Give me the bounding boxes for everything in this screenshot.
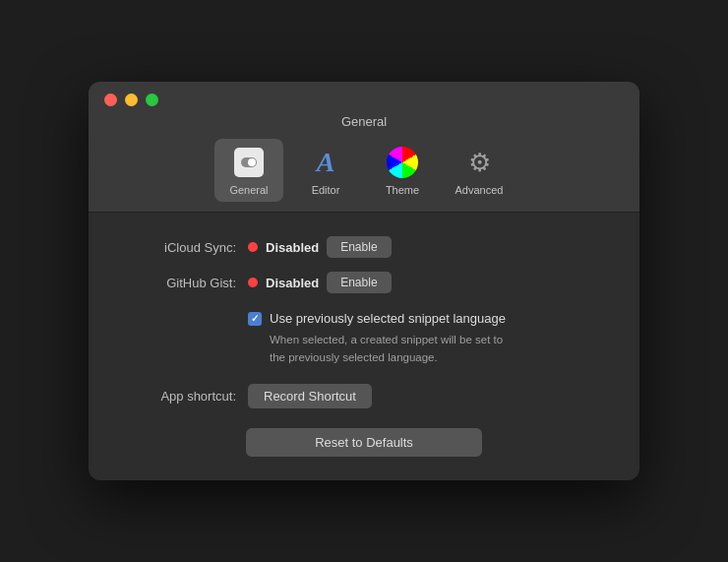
icloud-enable-button[interactable]: Enable bbox=[327, 236, 391, 258]
theme-icon bbox=[385, 145, 420, 180]
icloud-row: iCloud Sync: Disabled Enable bbox=[128, 236, 600, 258]
tab-editor-label: Editor bbox=[312, 184, 340, 196]
tab-advanced-label: Advanced bbox=[455, 184, 504, 196]
icloud-status-dot bbox=[248, 242, 258, 252]
icloud-label: iCloud Sync: bbox=[128, 240, 236, 255]
checkbox-section: Use previously selected snippet language… bbox=[248, 311, 600, 366]
github-enable-button[interactable]: Enable bbox=[327, 272, 391, 293]
checkbox-description: When selected, a created snippet will be… bbox=[270, 332, 600, 366]
github-status-dot bbox=[248, 278, 258, 287]
shortcut-row: App shortcut: Record Shortcut bbox=[128, 384, 600, 408]
general-icon bbox=[231, 145, 267, 180]
tab-theme-label: Theme bbox=[386, 184, 419, 196]
checkbox-desc-line1: When selected, a created snippet will be… bbox=[270, 334, 503, 345]
checkbox-row: Use previously selected snippet language bbox=[248, 311, 600, 326]
github-row: GitHub Gist: Disabled Enable bbox=[128, 272, 600, 293]
checkbox-label: Use previously selected snippet language bbox=[270, 311, 506, 326]
main-window: General General A Editor bbox=[89, 82, 639, 480]
record-shortcut-button[interactable]: Record Shortcut bbox=[248, 384, 372, 408]
checkbox-desc-line2: the previously selected language. bbox=[270, 351, 438, 363]
toolbar: General A Editor Theme ⚙ bbox=[214, 139, 514, 212]
tab-theme[interactable]: Theme bbox=[368, 139, 437, 202]
tab-advanced[interactable]: ⚙ Advanced bbox=[445, 139, 514, 202]
content-area: iCloud Sync: Disabled Enable GitHub Gist… bbox=[89, 213, 639, 480]
reset-defaults-button[interactable]: Reset to Defaults bbox=[246, 428, 482, 457]
window-title: General bbox=[341, 114, 387, 129]
advanced-icon: ⚙ bbox=[461, 145, 497, 180]
reset-section: Reset to Defaults bbox=[128, 428, 600, 457]
window-controls bbox=[104, 94, 158, 106]
snippet-language-checkbox[interactable] bbox=[248, 312, 262, 326]
icloud-status-text: Disabled bbox=[266, 240, 319, 255]
icloud-status-row: Disabled Enable bbox=[248, 236, 392, 258]
github-label: GitHub Gist: bbox=[128, 276, 236, 290]
close-button[interactable] bbox=[104, 94, 117, 106]
shortcut-label: App shortcut: bbox=[128, 389, 236, 404]
title-bar: General General A Editor bbox=[89, 82, 639, 213]
fullscreen-button[interactable] bbox=[146, 94, 158, 106]
github-status-row: Disabled Enable bbox=[248, 272, 392, 293]
minimize-button[interactable] bbox=[125, 94, 138, 106]
tab-general[interactable]: General bbox=[214, 139, 283, 202]
tab-general-label: General bbox=[229, 184, 268, 196]
tab-editor[interactable]: A Editor bbox=[291, 139, 360, 202]
editor-icon: A bbox=[308, 145, 343, 180]
github-status-text: Disabled bbox=[266, 276, 319, 290]
